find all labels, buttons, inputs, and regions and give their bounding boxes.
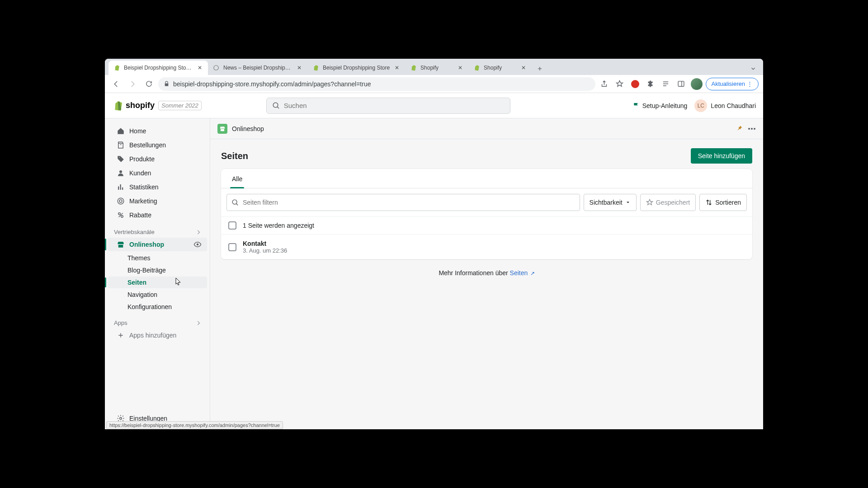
svg-point-9 — [120, 418, 122, 420]
star-icon[interactable] — [613, 78, 626, 90]
user-menu[interactable]: LC Leon Chaudhari — [694, 99, 756, 112]
sub-label: Blog-Beiträge — [127, 267, 166, 274]
close-icon[interactable]: ✕ — [393, 64, 401, 71]
browser-tab[interactable]: Beispiel Dropshipping Store ✕ — [307, 61, 405, 75]
sidebar-item-analytics[interactable]: Statistiken — [108, 180, 207, 194]
sidebar-sub-config[interactable]: Konfigurationen — [108, 301, 207, 313]
setup-guide-link[interactable]: Setup-Anleitung — [632, 102, 688, 109]
svg-point-11 — [751, 128, 753, 130]
sort-icon — [705, 199, 712, 206]
sidebar-section-channels: Vertriebskanäle — [105, 222, 210, 237]
svg-point-4 — [118, 198, 124, 204]
close-icon[interactable]: ✕ — [457, 64, 464, 71]
svg-point-0 — [214, 66, 219, 70]
filter-input[interactable] — [243, 199, 575, 206]
add-page-button[interactable]: Seite hinzufügen — [691, 148, 752, 164]
back-button[interactable] — [109, 77, 123, 91]
star-icon — [646, 199, 653, 206]
more-prefix: Mehr Informationen über — [439, 269, 509, 277]
kebab-icon: ⋮ — [747, 80, 753, 87]
reload-button[interactable] — [142, 77, 156, 91]
season-badge: Sommer 2022 — [158, 101, 202, 110]
chevron-right-icon[interactable] — [195, 320, 202, 326]
tab-overflow-button[interactable] — [747, 62, 760, 75]
browser-tab[interactable]: News – Beispiel Dropshipping ✕ — [208, 61, 307, 75]
reading-list-icon[interactable] — [660, 78, 672, 90]
new-tab-button[interactable] — [533, 62, 546, 75]
eye-icon[interactable] — [193, 240, 202, 249]
sidebar-item-orders[interactable]: Bestellungen — [108, 138, 207, 152]
store-icon — [117, 240, 125, 249]
row-checkbox[interactable] — [228, 243, 236, 251]
shopify-favicon-icon — [410, 64, 417, 71]
sidebar-item-products[interactable]: Produkte — [108, 152, 207, 166]
tab-title: News – Beispiel Dropshipping — [223, 65, 292, 71]
plus-icon — [117, 331, 125, 339]
sub-label: Konfigurationen — [127, 303, 172, 310]
channel-title: Onlineshop — [232, 125, 264, 132]
tab-all[interactable]: Alle — [226, 169, 248, 188]
sidebar-item-add-apps[interactable]: Apps hinzufügen — [108, 328, 207, 342]
tab-title: Beispiel Dropshipping Store · S — [124, 65, 193, 71]
chevron-right-icon[interactable] — [195, 229, 202, 235]
sidebar-item-label: Kunden — [129, 169, 151, 177]
browser-tab[interactable]: Shopify ✕ — [405, 61, 468, 75]
browser-update-button[interactable]: Aktualisieren ⋮ — [706, 78, 759, 90]
sub-label: Seiten — [127, 279, 146, 286]
visibility-filter-button[interactable]: Sichtbarkeit — [584, 194, 637, 211]
more-icon[interactable] — [748, 127, 756, 130]
home-icon — [117, 127, 125, 135]
sidebar-sub-blog[interactable]: Blog-Beiträge — [108, 264, 207, 276]
close-icon[interactable]: ✕ — [520, 64, 527, 71]
more-info-link[interactable]: Seiten ↗ — [510, 269, 535, 277]
browser-tab[interactable]: Shopify ✕ — [468, 61, 532, 75]
sub-label: Themes — [127, 254, 151, 262]
url-box[interactable]: beispiel-dropshipping-store.myshopify.co… — [158, 77, 595, 91]
sidebar-item-onlineshop[interactable]: Onlineshop — [108, 238, 207, 251]
search-input[interactable] — [284, 102, 505, 109]
user-name: Leon Chaudhari — [711, 102, 756, 109]
onlineshop-channel-icon — [217, 124, 227, 134]
browser-tab[interactable]: Beispiel Dropshipping Store · S ✕ — [108, 61, 208, 75]
profile-avatar[interactable] — [690, 78, 703, 90]
shopify-favicon-icon — [312, 64, 319, 71]
globe-favicon-icon — [212, 64, 220, 71]
side-panel-icon[interactable] — [675, 78, 688, 90]
sidebar-sub-pages[interactable]: Seiten — [108, 277, 207, 288]
sidebar-item-customers[interactable]: Kunden — [108, 166, 207, 180]
sidebar-item-label: Marketing — [129, 197, 157, 205]
share-icon[interactable] — [598, 78, 611, 90]
more-info-text: Mehr Informationen über Seiten ↗ — [210, 267, 763, 287]
sidebar-item-label: Produkte — [129, 155, 155, 163]
saved-button[interactable]: Gespeichert — [640, 194, 696, 211]
sort-button[interactable]: Sortieren — [699, 194, 747, 211]
shopify-favicon-icon — [473, 64, 480, 71]
search-box[interactable] — [266, 98, 510, 114]
list-count-text: 1 Seite werden angezeigt — [243, 222, 314, 229]
extension-adblock-icon[interactable] — [629, 78, 642, 90]
external-link-icon: ↗ — [528, 270, 534, 277]
svg-rect-1 — [678, 81, 684, 86]
saved-label: Gespeichert — [656, 199, 690, 206]
table-row[interactable]: Kontakt 3. Aug. um 22:36 — [221, 235, 752, 259]
forward-button[interactable] — [126, 77, 139, 91]
select-all-checkbox[interactable] — [228, 221, 236, 230]
search-icon — [231, 199, 239, 206]
close-icon[interactable]: ✕ — [296, 64, 303, 71]
brand[interactable]: shopify Sommer 2022 — [112, 100, 202, 111]
extensions-icon[interactable] — [644, 78, 657, 90]
filter-input-wrap[interactable] — [226, 194, 580, 211]
visibility-label: Sichtbarkeit — [590, 199, 623, 206]
svg-point-10 — [748, 128, 750, 130]
pin-icon[interactable] — [736, 125, 743, 132]
person-icon — [117, 169, 125, 177]
browser-tab-strip: Beispiel Dropshipping Store · S ✕ News –… — [105, 59, 763, 75]
sidebar-item-marketing[interactable]: Marketing — [108, 194, 207, 208]
sidebar-sub-navigation[interactable]: Navigation — [108, 289, 207, 300]
sidebar-item-home[interactable]: Home — [108, 124, 207, 138]
sidebar-sub-themes[interactable]: Themes — [108, 252, 207, 264]
close-icon[interactable]: ✕ — [196, 64, 203, 71]
sidebar-item-discounts[interactable]: Rabatte — [108, 208, 207, 222]
svg-point-3 — [119, 170, 122, 173]
orders-icon — [117, 141, 125, 149]
